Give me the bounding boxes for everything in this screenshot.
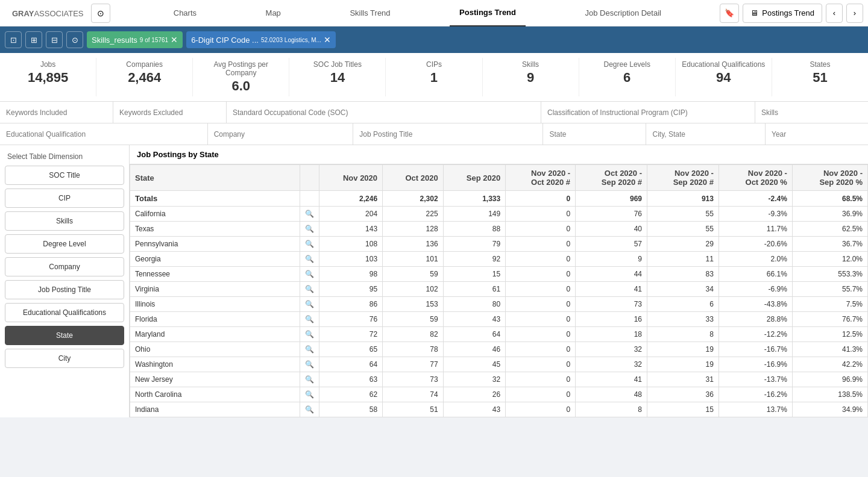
col-state[interactable]: State [130,165,300,191]
table-row: Virginia 🔍 95 102 61 0 41 34 -6.9% 55.7% [130,282,868,297]
row-state: California [130,207,300,222]
keywords-included-input[interactable] [0,102,113,123]
col-nov-sep-hash[interactable]: Nov 2020 -Sep 2020 # [647,165,719,191]
row-search-icon[interactable]: 🔍 [300,297,319,312]
col-nov-oct-pct[interactable]: Nov 2020 -Oct 2020 % [719,165,792,191]
row-nov-sep-hash: 8 [647,327,719,342]
row-oct2020: 102 [383,282,444,297]
row-search-icon[interactable]: 🔍 [300,237,319,252]
table-row: Washington 🔍 64 77 45 0 32 19 -16.9% 42.… [130,357,868,372]
filter-icon-4[interactable]: ⊙ [66,31,83,48]
filter-icon-1[interactable]: ⊡ [5,31,22,48]
sidebar-degree-level[interactable]: Degree Level [5,234,124,254]
row-oct2020: 225 [383,207,444,222]
nav-job-description[interactable]: Job Description Detail [576,0,671,26]
cip-input[interactable] [541,102,755,123]
sidebar-soc-title[interactable]: SOC Title [5,166,124,185]
company-input[interactable] [208,123,354,145]
nav-right: 🔖 🖥 Postings Trend ‹ › [720,4,863,23]
row-nov-oct-pct: 13.7% [719,402,792,417]
sidebar-state[interactable]: State [5,326,124,345]
row-search-icon[interactable]: 🔍 [300,342,319,357]
row-search-icon[interactable]: 🔍 [300,312,319,327]
row-nov-sep-pct: 138.5% [792,387,867,402]
keywords-excluded-input[interactable] [113,102,227,123]
row-nov-oct-pct: -20.6% [719,237,792,252]
stat-cips-value: 1 [391,70,477,86]
sidebar-job-posting-title[interactable]: Job Posting Title [5,280,124,299]
filter-icon-2[interactable]: ⊞ [25,31,42,48]
table-header-row: State Nov 2020 Oct 2020 Sep 2020 Nov 202… [130,165,868,191]
stat-skills-value: 9 [488,70,574,86]
row-sep2020: 88 [443,222,506,237]
table-row: Maryland 🔍 72 82 64 0 18 8 -12.2% 12.5% [130,327,868,342]
row-nov2020: 86 [319,297,383,312]
job-posting-title-input[interactable] [353,123,543,145]
row-search-icon[interactable]: 🔍 [300,282,319,297]
sidebar-cip[interactable]: CIP [5,189,124,208]
city-state-input[interactable] [646,123,766,145]
row-oct2020: 136 [383,237,444,252]
state-input[interactable] [543,123,646,145]
row-search-icon[interactable]: 🔍 [300,252,319,267]
sidebar-educational-qualifications[interactable]: Educational Qualifications [5,303,124,322]
skills-results-close[interactable]: ✕ [171,36,178,44]
sidebar-skills[interactable]: Skills [5,211,124,231]
stat-soc-label: SOC Job Titles [294,60,380,69]
col-nov-oct-hash[interactable]: Nov 2020 -Oct 2020 # [506,165,576,191]
nav-map[interactable]: Map [256,0,291,26]
row-oct-sep-hash: 32 [576,357,647,372]
row-nov-sep-pct: 96.9% [792,372,867,387]
soc-input[interactable] [227,102,541,123]
nav-charts[interactable]: Charts [164,0,206,26]
col-oct-sep-hash[interactable]: Oct 2020 -Sep 2020 # [576,165,647,191]
row-search-icon[interactable]: 🔍 [300,207,319,222]
sidebar: Select Table Dimension SOC Title CIP Ski… [0,145,130,417]
row-nov2020: 95 [319,282,383,297]
totals-nov-sep-pct: 68.5% [792,191,867,207]
col-nov2020[interactable]: Nov 2020 [319,165,383,191]
row-nov-oct-pct: -16.2% [719,387,792,402]
row-search-icon[interactable]: 🔍 [300,387,319,402]
row-search-icon[interactable]: 🔍 [300,267,319,282]
edu-qual-input[interactable] [0,123,208,145]
postings-trend-button[interactable]: 🖥 Postings Trend [743,4,822,23]
row-nov-sep-pct: 36.7% [792,237,867,252]
row-nov-sep-pct: 62.5% [792,222,867,237]
row-oct-sep-hash: 40 [576,222,647,237]
row-state: Virginia [130,282,300,297]
row-state: North Carolina [130,387,300,402]
row-sep2020: 61 [443,282,506,297]
prev-button[interactable]: ‹ [826,4,843,23]
row-search-icon[interactable]: 🔍 [300,327,319,342]
stat-jobs: Jobs 14,895 [0,58,96,96]
nav-postings-trend[interactable]: Postings Trend [450,0,526,26]
col-oct2020[interactable]: Oct 2020 [383,165,444,191]
stat-degree-value: 6 [584,70,670,86]
col-nov-sep-pct[interactable]: Nov 2020 -Sep 2020 % [792,165,867,191]
row-nov2020: 63 [319,372,383,387]
nav-skills-trend[interactable]: Skills Trend [340,0,400,26]
row-search-icon[interactable]: 🔍 [300,372,319,387]
stat-avg-postings: Avg Postings per Company 6.0 [193,58,289,96]
cip-code-close[interactable]: ✕ [324,36,331,44]
row-nov-oct-pct: 2.0% [719,252,792,267]
sidebar-city[interactable]: City [5,349,124,368]
sidebar-company[interactable]: Company [5,257,124,276]
skills-input[interactable] [755,102,868,123]
next-button[interactable]: › [846,4,863,23]
filter-icon-3[interactable]: ⊟ [46,31,63,48]
row-search-icon[interactable]: 🔍 [300,222,319,237]
row-search-icon[interactable]: 🔍 [300,402,319,417]
stat-companies-label: Companies [101,60,187,69]
row-nov-oct-pct: -13.7% [719,372,792,387]
col-sep2020[interactable]: Sep 2020 [443,165,506,191]
row-nov-oct-hash: 0 [506,297,576,312]
nav-icon-button[interactable]: ⊙ [91,4,110,23]
row-search-icon[interactable]: 🔍 [300,357,319,372]
stat-avg-value: 6.0 [198,78,284,94]
year-input[interactable] [766,123,868,145]
bookmark-button[interactable]: 🔖 [720,4,739,23]
row-nov-sep-hash: 19 [647,342,719,357]
row-sep2020: 43 [443,402,506,417]
